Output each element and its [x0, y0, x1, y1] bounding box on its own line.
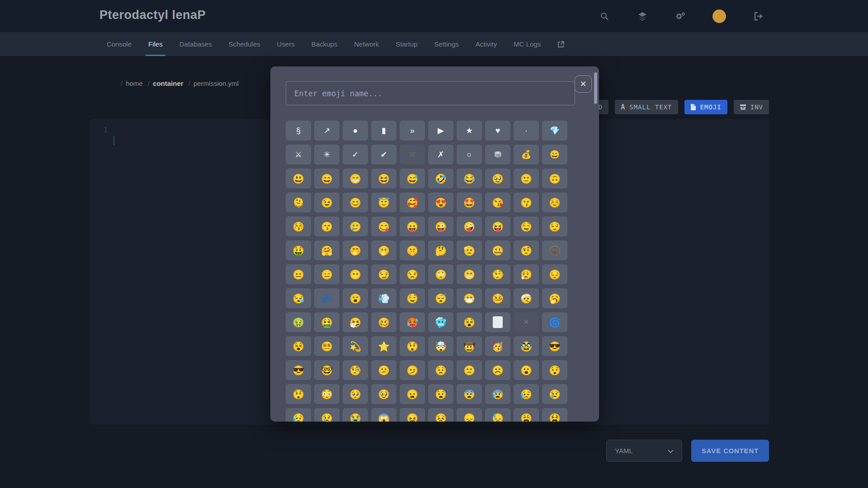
emoji-cell[interactable]: 🤒: [485, 288, 510, 308]
emoji-cell[interactable]: [485, 312, 510, 332]
emoji-cell[interactable]: 😵‍💫: [314, 336, 340, 356]
emoji-cell[interactable]: 🤫: [400, 240, 425, 260]
emoji-cell[interactable]: 😗: [514, 192, 539, 212]
emoji-cell[interactable]: 🫢: [371, 240, 396, 260]
emoji-cell[interactable]: 🤭: [343, 240, 368, 260]
emoji-cell[interactable]: 😔: [542, 264, 567, 284]
search-icon[interactable]: [599, 10, 610, 22]
emoji-cell[interactable]: 😥: [286, 408, 311, 422]
emoji-cell[interactable]: »: [400, 121, 425, 141]
emoji-cell[interactable]: 😎: [542, 336, 567, 356]
emoji-cell[interactable]: 😧: [428, 384, 453, 404]
emoji-cell[interactable]: 🤕: [514, 288, 539, 308]
emoji-cell[interactable]: 🌀: [542, 312, 567, 332]
emoji-cell[interactable]: 😴: [428, 288, 453, 308]
avatar[interactable]: [712, 9, 726, 23]
emoji-cell[interactable]: 😶: [343, 264, 368, 284]
emoji-cell[interactable]: 😖: [400, 408, 425, 422]
emoji-cell[interactable]: 🤨: [514, 240, 539, 260]
emoji-cell[interactable]: ✗: [428, 145, 453, 164]
emoji-cell[interactable]: 🤔: [428, 240, 453, 260]
emoji-cell[interactable]: 😵: [286, 336, 311, 356]
close-icon[interactable]: ✕: [575, 75, 592, 93]
tab-users[interactable]: Users: [277, 32, 295, 56]
emoji-search-input[interactable]: [286, 81, 575, 105]
emoji-cell[interactable]: 🤯: [428, 336, 453, 356]
emoji-cell[interactable]: 😆: [371, 169, 396, 188]
emoji-cell[interactable]: ✳: [314, 145, 340, 164]
emoji-cell[interactable]: 🤤: [400, 288, 425, 308]
emoji-cell[interactable]: 😰: [485, 384, 510, 404]
emoji-cell[interactable]: 😮: [514, 360, 539, 380]
emoji-cell[interactable]: 😘: [485, 192, 510, 212]
emoji-cell[interactable]: 😀: [542, 145, 567, 164]
emoji-cell[interactable]: 😯: [542, 360, 567, 380]
emoji-cell[interactable]: 😂: [457, 169, 482, 188]
emoji-cell[interactable]: 😮: [343, 288, 368, 308]
emoji-cell[interactable]: 😝: [485, 216, 510, 236]
emoji-cell[interactable]: ↗: [314, 121, 340, 141]
tab-activity[interactable]: Activity: [476, 32, 497, 56]
emoji-cell[interactable]: 🥵: [400, 312, 425, 332]
emoji-cell[interactable]: 🤤: [514, 216, 539, 236]
emoji-cell[interactable]: 😏: [371, 264, 396, 284]
emoji-cell[interactable]: 😵: [457, 312, 482, 332]
emoji-cell[interactable]: 😜: [428, 216, 453, 236]
emoji-cell[interactable]: 🤣: [428, 169, 453, 188]
emoji-cell[interactable]: 😃: [286, 169, 311, 188]
emoji-cell[interactable]: ·: [514, 121, 539, 141]
emoji-cell[interactable]: 😒: [400, 264, 425, 284]
emoji-cell[interactable]: ♥: [485, 121, 510, 141]
emoji-cell[interactable]: 🥺: [343, 384, 368, 404]
emoji-cell[interactable]: 🤐: [485, 240, 510, 260]
emoji-cell[interactable]: 😙: [314, 216, 340, 236]
emoji-cell[interactable]: 🤩: [457, 192, 482, 212]
emoji-cell[interactable]: 😨: [457, 384, 482, 404]
emoji-cell[interactable]: 🙁: [457, 360, 482, 380]
emoji-cell[interactable]: 😦: [400, 384, 425, 404]
emoji-cell[interactable]: 😓: [485, 408, 510, 422]
emoji-cell[interactable]: 😐: [286, 264, 311, 284]
emoji-cell[interactable]: 😛: [400, 216, 425, 236]
layers-icon[interactable]: [637, 10, 648, 22]
breadcrumb-container[interactable]: container: [153, 80, 184, 87]
tab-startup[interactable]: Startup: [396, 32, 417, 56]
emoji-cell[interactable]: 🧐: [343, 360, 368, 380]
emoji-cell[interactable]: 😋: [371, 216, 396, 236]
tab-settings[interactable]: Settings: [434, 32, 459, 56]
emoji-cell[interactable]: §: [286, 121, 311, 141]
emoji-cell[interactable]: 🥹: [371, 384, 396, 404]
emoji-cell[interactable]: 💫: [343, 336, 368, 356]
emoji-cell[interactable]: ★: [457, 121, 482, 141]
emoji-cell[interactable]: 🤮: [314, 312, 340, 332]
emoji-cell[interactable]: ☹️: [485, 360, 510, 380]
emoji-button[interactable]: EMOJI: [684, 100, 727, 114]
emoji-cell[interactable]: 😎: [286, 360, 311, 380]
language-select[interactable]: YAML: [606, 440, 682, 462]
emoji-cell[interactable]: 😄: [314, 169, 340, 188]
emoji-cell[interactable]: 🤧: [343, 312, 368, 332]
emoji-cell[interactable]: 🥶: [428, 312, 453, 332]
emoji-cell[interactable]: 😱: [371, 408, 396, 422]
emoji-cell[interactable]: ✖: [400, 145, 425, 164]
emoji-cell[interactable]: 💎: [542, 121, 567, 141]
emoji-cell[interactable]: 🤠: [457, 336, 482, 356]
emoji-cell[interactable]: 🥲: [343, 216, 368, 236]
tab-backups[interactable]: Backups: [311, 32, 338, 56]
emoji-cell[interactable]: 😪: [286, 288, 311, 308]
emoji-cell[interactable]: 🥸: [514, 336, 539, 356]
tab-databases[interactable]: Databases: [179, 32, 212, 56]
emoji-cell[interactable]: 🤑: [286, 240, 311, 260]
emoji-cell[interactable]: 🥹: [485, 169, 510, 188]
emoji-cell[interactable]: ⚔: [286, 145, 311, 164]
emoji-cell[interactable]: 💨: [371, 288, 396, 308]
emoji-cell[interactable]: 🙄: [428, 264, 453, 284]
emoji-cell[interactable]: 😍: [428, 192, 453, 212]
emoji-cell[interactable]: 🥱: [542, 288, 567, 308]
emoji-cell[interactable]: 😲: [286, 384, 311, 404]
emoji-cell[interactable]: 😷: [457, 288, 482, 308]
emoji-cell[interactable]: 😲: [400, 336, 425, 356]
emoji-cell[interactable]: 🫤: [400, 360, 425, 380]
emoji-cell[interactable]: ▶: [428, 121, 453, 141]
emoji-cell[interactable]: 😁: [343, 169, 368, 188]
